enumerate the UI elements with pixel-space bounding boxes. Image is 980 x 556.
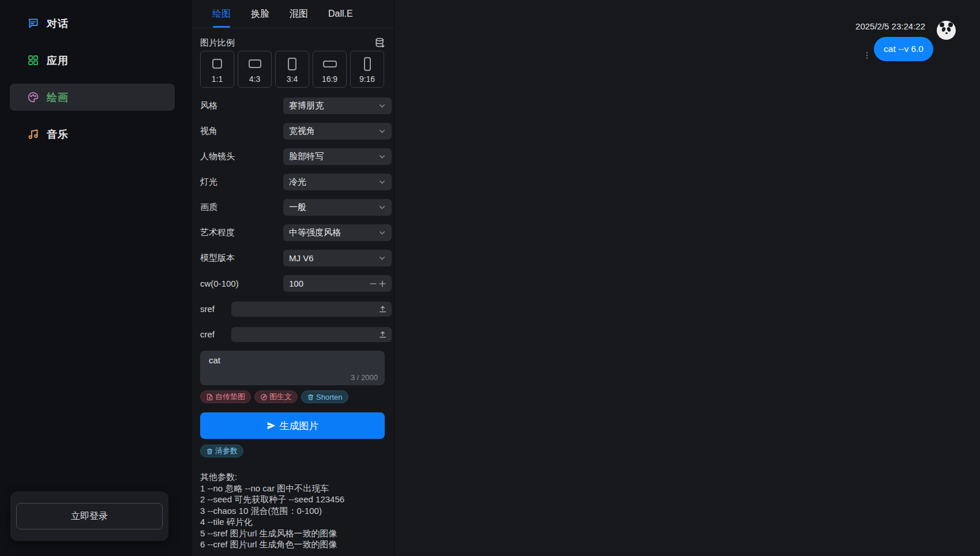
generate-image-button[interactable]: 生成图片 xyxy=(200,412,385,439)
login-card: 立即登录 xyxy=(10,491,168,541)
other-params-help: 其他参数: 1 --no 忽略 --no car 图中不出现车 2 --seed… xyxy=(200,471,386,550)
help-line: 3 --chaos 10 混合(范围：0-100) xyxy=(200,505,386,517)
tab-dalle[interactable]: Dall.E xyxy=(328,0,353,28)
chevron-down-icon xyxy=(378,204,386,211)
tab-draw[interactable]: 绘图 xyxy=(212,0,231,28)
cref-label: cref xyxy=(200,329,215,339)
cw-label: cw(0-100) xyxy=(200,279,239,288)
upload-icon[interactable] xyxy=(378,305,387,313)
clear-params-tag[interactable]: 清参数 xyxy=(200,445,243,457)
model-version-label: 模型版本 xyxy=(200,253,235,264)
character-shot-label: 人物镜头 xyxy=(200,151,235,162)
help-line: 5 --sref 图片url 生成风格一致的图像 xyxy=(200,528,386,539)
image-to-text-tag[interactable]: 图生文 xyxy=(254,390,298,403)
help-line: 4 --tile 碎片化 xyxy=(200,516,386,528)
drawing-settings-panel: 绘图 换脸 混图 Dall.E 图片比例 1:1 4:3 3:4 xyxy=(192,0,394,556)
prompt-input[interactable]: cat xyxy=(200,351,385,373)
quality-select[interactable]: 一般 xyxy=(283,199,392,216)
stylize-select[interactable]: 中等强度风格 xyxy=(283,224,392,241)
sidebar-item-label: 绘画 xyxy=(47,91,69,104)
aspect-ratio-label: 图片比例 xyxy=(200,37,235,48)
help-line: 2 --seed 可先获取种子 --seed 123456 xyxy=(200,494,386,505)
chevron-down-icon xyxy=(378,229,386,236)
chevron-down-icon xyxy=(378,127,386,135)
style-label: 风格 xyxy=(200,100,217,111)
sidebar-item-label: 应用 xyxy=(47,54,69,67)
view-angle-label: 视角 xyxy=(200,126,217,137)
user-avatar[interactable] xyxy=(937,21,956,40)
trash-icon xyxy=(206,448,213,455)
tab-blend[interactable]: 混图 xyxy=(290,0,308,28)
document-plus-icon xyxy=(206,393,213,401)
mode-tabs: 绘图 换脸 混图 Dall.E xyxy=(192,0,394,28)
ratio-1-1-icon xyxy=(212,59,222,69)
chat-bubble-icon xyxy=(27,17,39,29)
plus-icon[interactable] xyxy=(378,279,387,288)
aspect-ratio-1-1[interactable]: 1:1 xyxy=(200,51,234,88)
app-grid-icon xyxy=(27,54,39,66)
chevron-down-icon xyxy=(378,102,386,110)
cw-input[interactable] xyxy=(289,279,369,288)
cw-input-group xyxy=(283,275,392,292)
sidebar-item-drawing[interactable]: 绘画 xyxy=(10,84,175,111)
chat-pane: 2025/2/5 23:24:22 cat --v 6.0 xyxy=(394,0,980,556)
message-timestamp: 2025/2/5 23:24:22 xyxy=(855,21,925,31)
lighting-label: 灯光 xyxy=(200,176,217,187)
aspect-ratio-16-9[interactable]: 16:9 xyxy=(313,51,347,88)
help-line: 1 --no 忽略 --no car 图中不出现车 xyxy=(200,483,386,494)
character-counter: 3 / 2000 xyxy=(351,373,378,382)
login-button[interactable]: 立即登录 xyxy=(16,503,163,529)
aspect-ratio-4-3[interactable]: 4:3 xyxy=(238,51,272,88)
help-title: 其他参数: xyxy=(200,471,386,483)
user-message-bubble: cat --v 6.0 xyxy=(874,37,933,61)
sref-input[interactable] xyxy=(231,302,392,317)
pen-circle-icon xyxy=(260,393,268,401)
sidebar-item-chat[interactable]: 对话 xyxy=(10,10,175,37)
sidebar-item-apps[interactable]: 应用 xyxy=(10,47,175,74)
chevron-down-icon xyxy=(378,178,386,186)
sidebar-item-label: 对话 xyxy=(47,17,69,31)
ratio-16-9-icon xyxy=(323,61,337,67)
paper-plane-icon xyxy=(266,421,276,430)
shorten-tag[interactable]: Shorten xyxy=(301,390,348,403)
sidebar: 对话 应用 绘画 音乐 立即登录 xyxy=(0,0,192,556)
cref-input[interactable] xyxy=(231,327,392,342)
upload-pad-image-tag[interactable]: 自传垫图 xyxy=(200,390,251,403)
chevron-down-icon xyxy=(378,254,386,262)
ratio-3-4-icon xyxy=(288,58,296,70)
upload-icon[interactable] xyxy=(378,330,387,339)
aspect-ratio-group: 1:1 4:3 3:4 16:9 9:16 xyxy=(200,51,386,88)
prompt-box: cat 3 / 2000 xyxy=(200,351,385,385)
style-select[interactable]: 赛博朋克 xyxy=(283,97,392,114)
ratio-9-16-icon xyxy=(364,57,371,71)
aspect-ratio-9-16[interactable]: 9:16 xyxy=(350,51,384,88)
sidebar-item-music[interactable]: 音乐 xyxy=(10,121,175,148)
message-menu-icon[interactable] xyxy=(862,50,872,61)
character-shot-select[interactable]: 脸部特写 xyxy=(283,148,392,165)
preset-import-icon[interactable] xyxy=(374,37,386,48)
music-note-icon xyxy=(27,128,39,140)
help-line: 6 --cref 图片url 生成角色一致的图像 xyxy=(200,539,386,550)
model-version-select[interactable]: MJ V6 xyxy=(283,250,392,266)
shorten-icon xyxy=(307,393,314,401)
view-angle-select[interactable]: 宽视角 xyxy=(283,123,392,140)
lighting-select[interactable]: 冷光 xyxy=(283,174,392,190)
stylize-label: 艺术程度 xyxy=(200,227,235,238)
chevron-down-icon xyxy=(378,153,386,160)
minus-icon[interactable] xyxy=(369,279,378,288)
sref-label: sref xyxy=(200,304,215,314)
sidebar-item-label: 音乐 xyxy=(47,127,69,141)
tab-face-swap[interactable]: 换脸 xyxy=(251,0,269,28)
palette-icon xyxy=(27,91,39,103)
quality-label: 画质 xyxy=(200,202,217,213)
ratio-4-3-icon xyxy=(249,59,261,68)
aspect-ratio-3-4[interactable]: 3:4 xyxy=(275,51,309,88)
